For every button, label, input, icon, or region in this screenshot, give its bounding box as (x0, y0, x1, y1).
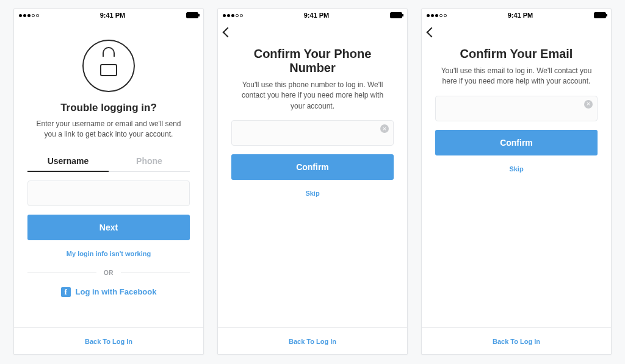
back-to-login-link[interactable]: Back To Log In (289, 338, 336, 345)
next-button[interactable]: Next (27, 215, 190, 240)
phone-input[interactable] (231, 120, 394, 146)
signal-indicator (223, 14, 243, 17)
back-to-login-link[interactable]: Back To Log In (85, 338, 132, 345)
login-info-help-link[interactable]: My login info isn't working (67, 250, 151, 257)
status-time: 9:41 PM (304, 12, 330, 19)
screen-trouble-logging-in: 9:41 PM Trouble logging in? Enter your u… (13, 9, 204, 355)
page-title: Trouble logging in? (60, 102, 157, 114)
back-button-icon[interactable] (427, 27, 437, 38)
page-subtext: Enter your username or email and we'll s… (27, 119, 190, 140)
facebook-login-label: Log in with Facebook (76, 287, 157, 296)
facebook-icon: f (61, 287, 71, 297)
signal-indicator (19, 14, 39, 17)
status-bar: 9:41 PM (218, 9, 407, 21)
confirm-button[interactable]: Confirm (231, 154, 394, 180)
tab-phone[interactable]: Phone (109, 151, 190, 172)
clear-input-icon[interactable] (584, 100, 593, 109)
signal-dots-icon (223, 14, 243, 17)
page-subtext: You'll use this email to log in. We'll c… (435, 66, 598, 87)
username-input[interactable] (27, 180, 190, 206)
page-title: Confirm Your Phone Number (231, 47, 394, 75)
screen-confirm-phone: 9:41 PM Confirm Your Phone Number You'll… (217, 9, 408, 355)
or-label: OR (104, 269, 114, 276)
skip-link[interactable]: Skip (305, 190, 319, 197)
nav-bar (422, 21, 611, 43)
page-title: Confirm Your Email (460, 47, 573, 61)
back-button-icon[interactable] (223, 27, 233, 38)
status-time: 9:41 PM (508, 12, 533, 19)
confirm-button[interactable]: Confirm (435, 130, 598, 155)
footer-bar: Back To Log In (422, 327, 611, 354)
footer-bar: Back To Log In (14, 327, 203, 354)
login-mode-tabs: Username Phone (27, 151, 190, 172)
status-time: 9:41 PM (100, 12, 126, 19)
battery-icon (390, 12, 402, 18)
nav-bar (218, 21, 407, 43)
facebook-login-button[interactable]: f Log in with Facebook (61, 287, 157, 297)
skip-link[interactable]: Skip (509, 165, 523, 173)
email-input[interactable] (435, 96, 598, 121)
screen-confirm-email: 9:41 PM Confirm Your Email You'll use th… (421, 9, 612, 355)
battery-icon (186, 12, 198, 18)
page-subtext: You'll use this phone number to log in. … (231, 80, 394, 112)
status-bar: 9:41 PM (422, 9, 611, 21)
or-divider: OR (27, 269, 190, 276)
signal-indicator (427, 14, 447, 17)
footer-bar: Back To Log In (218, 327, 407, 354)
battery-icon (594, 12, 606, 18)
status-bar: 9:41 PM (14, 9, 203, 21)
signal-dots-icon (427, 14, 447, 17)
tab-username[interactable]: Username (27, 151, 109, 172)
clear-input-icon[interactable] (380, 124, 389, 133)
signal-dots-icon (19, 14, 39, 17)
lock-icon (82, 40, 135, 92)
back-to-login-link[interactable]: Back To Log In (493, 338, 540, 345)
